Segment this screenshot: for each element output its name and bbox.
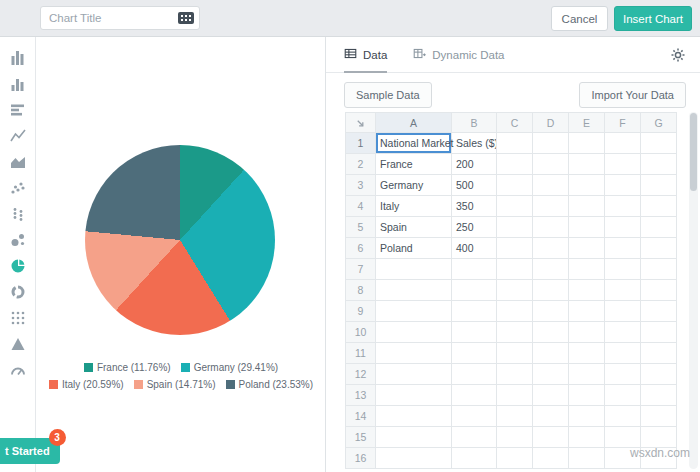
cell-f13[interactable] xyxy=(605,385,641,406)
cell-f7[interactable] xyxy=(605,259,641,280)
cell-g14[interactable] xyxy=(641,406,677,427)
cell-c3[interactable] xyxy=(497,175,533,196)
cell-a1[interactable]: National Market xyxy=(376,133,452,154)
cell-c7[interactable] xyxy=(497,259,533,280)
cell-b4[interactable]: 350 xyxy=(452,196,497,217)
cell-b13[interactable] xyxy=(452,385,497,406)
row-header-13[interactable]: 13 xyxy=(346,385,376,406)
cell-b15[interactable] xyxy=(452,427,497,448)
column-header-b[interactable]: B xyxy=(452,113,497,133)
cell-a11[interactable] xyxy=(376,343,452,364)
cell-b7[interactable] xyxy=(452,259,497,280)
cell-g3[interactable] xyxy=(641,175,677,196)
cell-c2[interactable] xyxy=(497,154,533,175)
dot-matrix-icon[interactable] xyxy=(0,305,35,331)
cell-d12[interactable] xyxy=(533,364,569,385)
row-header-6[interactable]: 6 xyxy=(346,238,376,259)
dot-plot-icon[interactable] xyxy=(0,201,35,227)
cell-c14[interactable] xyxy=(497,406,533,427)
cell-f8[interactable] xyxy=(605,280,641,301)
cell-a14[interactable] xyxy=(376,406,452,427)
cell-a13[interactable] xyxy=(376,385,452,406)
cell-b9[interactable] xyxy=(452,301,497,322)
cell-a2[interactable]: France xyxy=(376,154,452,175)
cell-f4[interactable] xyxy=(605,196,641,217)
row-header-3[interactable]: 3 xyxy=(346,175,376,196)
histogram-icon[interactable] xyxy=(0,45,35,71)
cell-g10[interactable] xyxy=(641,322,677,343)
cell-c6[interactable] xyxy=(497,238,533,259)
column-header-f[interactable]: F xyxy=(605,113,641,133)
cell-e16[interactable] xyxy=(569,448,605,469)
cell-g4[interactable] xyxy=(641,196,677,217)
row-header-16[interactable]: 16 xyxy=(346,448,376,469)
cell-g12[interactable] xyxy=(641,364,677,385)
cell-e8[interactable] xyxy=(569,280,605,301)
cell-c11[interactable] xyxy=(497,343,533,364)
row-header-8[interactable]: 8 xyxy=(346,280,376,301)
cell-f3[interactable] xyxy=(605,175,641,196)
cell-a15[interactable] xyxy=(376,427,452,448)
cell-e12[interactable] xyxy=(569,364,605,385)
cell-f15[interactable] xyxy=(605,427,641,448)
line-chart-icon[interactable] xyxy=(0,123,35,149)
cell-d13[interactable] xyxy=(533,385,569,406)
cell-e5[interactable] xyxy=(569,217,605,238)
cancel-button[interactable]: Cancel xyxy=(551,6,608,31)
cell-e2[interactable] xyxy=(569,154,605,175)
row-header-11[interactable]: 11 xyxy=(346,343,376,364)
row-header-15[interactable]: 15 xyxy=(346,427,376,448)
cell-b1[interactable]: Sales ($) xyxy=(452,133,497,154)
cell-f1[interactable] xyxy=(605,133,641,154)
cell-e6[interactable] xyxy=(569,238,605,259)
area-chart-icon[interactable] xyxy=(0,149,35,175)
cell-g2[interactable] xyxy=(641,154,677,175)
row-header-7[interactable]: 7 xyxy=(346,259,376,280)
cell-g9[interactable] xyxy=(641,301,677,322)
cell-d3[interactable] xyxy=(533,175,569,196)
column-chart-icon[interactable] xyxy=(0,71,35,97)
row-header-5[interactable]: 5 xyxy=(346,217,376,238)
cell-b16[interactable] xyxy=(452,448,497,469)
column-header-g[interactable]: G xyxy=(641,113,677,133)
cell-c8[interactable] xyxy=(497,280,533,301)
cell-c9[interactable] xyxy=(497,301,533,322)
donut-chart-icon[interactable] xyxy=(0,279,35,305)
cell-g1[interactable] xyxy=(641,133,677,154)
grid-scrollbar[interactable] xyxy=(689,112,698,469)
cell-e9[interactable] xyxy=(569,301,605,322)
cell-e10[interactable] xyxy=(569,322,605,343)
gauge-chart-icon[interactable] xyxy=(0,357,35,383)
cell-f12[interactable] xyxy=(605,364,641,385)
cell-a9[interactable] xyxy=(376,301,452,322)
cell-a8[interactable] xyxy=(376,280,452,301)
cell-f14[interactable] xyxy=(605,406,641,427)
cell-b11[interactable] xyxy=(452,343,497,364)
cell-e1[interactable] xyxy=(569,133,605,154)
cell-a10[interactable] xyxy=(376,322,452,343)
cell-d1[interactable] xyxy=(533,133,569,154)
row-header-10[interactable]: 10 xyxy=(346,322,376,343)
cell-e3[interactable] xyxy=(569,175,605,196)
keyboard-icon[interactable] xyxy=(178,12,194,24)
cell-a7[interactable] xyxy=(376,259,452,280)
cell-d5[interactable] xyxy=(533,217,569,238)
cell-d7[interactable] xyxy=(533,259,569,280)
cell-d16[interactable] xyxy=(533,448,569,469)
cell-b12[interactable] xyxy=(452,364,497,385)
pie-chart-icon[interactable] xyxy=(0,253,35,279)
gear-icon[interactable] xyxy=(670,47,686,63)
cell-a3[interactable]: Germany xyxy=(376,175,452,196)
cell-d14[interactable] xyxy=(533,406,569,427)
cell-c5[interactable] xyxy=(497,217,533,238)
cell-c1[interactable] xyxy=(497,133,533,154)
cell-c13[interactable] xyxy=(497,385,533,406)
cell-f2[interactable] xyxy=(605,154,641,175)
cell-b6[interactable]: 400 xyxy=(452,238,497,259)
cell-d15[interactable] xyxy=(533,427,569,448)
column-header-e[interactable]: E xyxy=(569,113,605,133)
cell-c12[interactable] xyxy=(497,364,533,385)
cell-e7[interactable] xyxy=(569,259,605,280)
get-started-button[interactable]: t Started 3 xyxy=(0,438,60,464)
cell-b8[interactable] xyxy=(452,280,497,301)
